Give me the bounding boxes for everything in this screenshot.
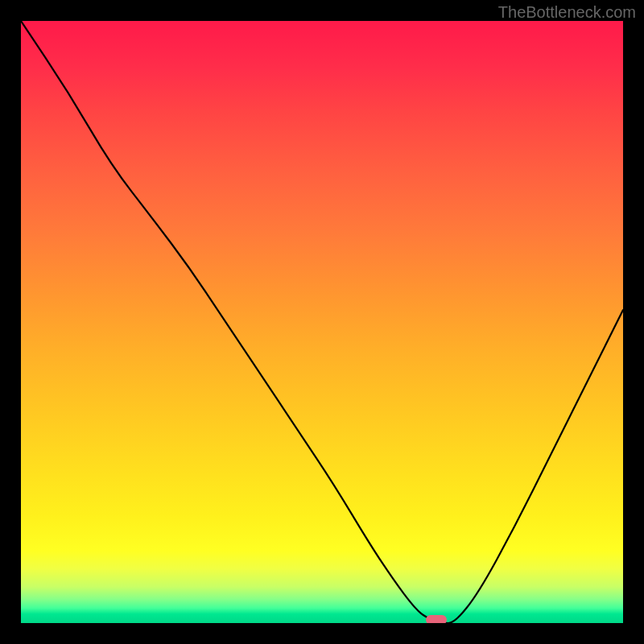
chart-plot-area — [21, 21, 623, 623]
chart-curve-svg — [21, 21, 623, 623]
bottleneck-curve-path — [21, 21, 623, 623]
watermark-text: TheBottleneck.com — [498, 3, 636, 22]
optimal-point-marker — [426, 615, 447, 623]
